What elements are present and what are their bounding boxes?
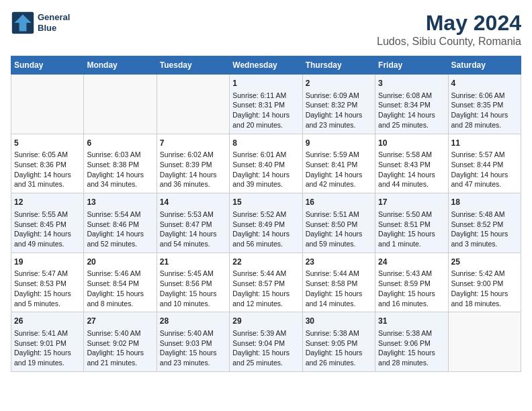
day-number: 16 [306,197,372,208]
calendar-cell: 14Sunrise: 5:53 AMSunset: 8:47 PMDayligh… [157,193,229,253]
cell-content: Daylight: 15 hours [378,289,445,299]
cell-content: Sunrise: 5:40 AM [87,328,153,338]
calendar-cell: 25Sunrise: 5:42 AMSunset: 9:00 PMDayligh… [448,253,521,312]
cell-content: Sunrise: 5:42 AM [451,269,518,279]
day-number: 4 [451,78,518,89]
cell-content: Daylight: 14 hours [306,110,372,120]
cell-content: and 25 minutes. [232,358,299,368]
cell-content: Sunrise: 6:08 AM [378,91,445,101]
cell-content: Sunrise: 6:09 AM [306,91,372,101]
cell-content: Sunset: 9:00 PM [451,279,518,289]
day-number: 6 [87,138,153,149]
cell-content: Sunset: 9:04 PM [232,338,299,349]
day-number: 3 [378,78,445,89]
calendar-cell [157,75,229,134]
day-number: 1 [232,78,299,89]
main-title: May 2024 [377,11,521,36]
cell-content: Daylight: 15 hours [160,348,226,358]
cell-content: and 52 minutes. [87,239,153,249]
cell-content: Sunrise: 6:03 AM [87,150,153,160]
calendar-cell: 8Sunrise: 6:01 AMSunset: 8:40 PMDaylight… [230,134,302,193]
cell-content: Sunset: 8:53 PM [14,279,81,289]
cell-content: and 10 minutes. [160,299,226,309]
calendar-cell [84,75,157,134]
header-row: SundayMondayTuesdayWednesdayThursdayFrid… [11,56,521,75]
day-number: 2 [306,78,372,89]
cell-content: Sunset: 8:54 PM [87,279,153,289]
cell-content: Sunset: 9:01 PM [14,338,81,349]
calendar-cell: 27Sunrise: 5:40 AMSunset: 9:02 PMDayligh… [84,312,157,372]
day-number: 5 [14,138,81,149]
cell-content: Sunrise: 5:43 AM [378,269,445,279]
day-number: 18 [451,197,518,208]
week-row-5: 26Sunrise: 5:41 AMSunset: 9:01 PMDayligh… [11,312,521,372]
cell-content: Sunset: 8:35 PM [451,100,518,110]
cell-content: and 31 minutes. [14,179,81,189]
day-number: 23 [306,257,372,268]
cell-content: Sunrise: 6:11 AM [232,91,299,101]
calendar-cell: 3Sunrise: 6:08 AMSunset: 8:34 PMDaylight… [375,75,448,134]
day-number: 30 [306,316,372,327]
cell-content: Daylight: 14 hours [232,170,299,180]
cell-content: Sunset: 8:59 PM [378,279,445,289]
day-number: 21 [160,257,226,268]
week-row-3: 12Sunrise: 5:55 AMSunset: 8:45 PMDayligh… [11,193,521,253]
calendar-cell: 12Sunrise: 5:55 AMSunset: 8:45 PMDayligh… [11,193,84,253]
cell-content: Sunrise: 6:01 AM [232,150,299,160]
cell-content: Sunrise: 6:05 AM [14,150,81,160]
cell-content: and 1 minute. [378,239,445,249]
day-number: 8 [232,138,299,149]
cell-content: Sunset: 8:56 PM [160,279,226,289]
cell-content: and 26 minutes. [306,358,372,368]
cell-content: Sunset: 8:45 PM [14,220,81,230]
cell-content: Daylight: 14 hours [14,229,81,239]
cell-content: Sunset: 9:03 PM [160,338,226,349]
cell-content: Sunset: 9:02 PM [87,338,153,349]
cell-content: and 59 minutes. [306,239,372,249]
cell-content: Sunrise: 6:06 AM [451,91,518,101]
week-row-2: 5Sunrise: 6:05 AMSunset: 8:36 PMDaylight… [11,134,521,193]
day-number: 14 [160,197,226,208]
cell-content: Daylight: 15 hours [87,348,153,358]
cell-content: and 49 minutes. [14,239,81,249]
cell-content: Daylight: 14 hours [232,110,299,120]
cell-content: Sunrise: 5:44 AM [306,269,372,279]
cell-content: Sunset: 9:06 PM [378,338,445,349]
cell-content: Sunset: 8:47 PM [160,220,226,230]
cell-content: Sunrise: 5:59 AM [306,150,372,160]
cell-content: and 47 minutes. [451,179,518,189]
cell-content: Sunset: 9:05 PM [306,338,372,349]
cell-content: Sunset: 8:40 PM [232,160,299,170]
calendar-cell: 24Sunrise: 5:43 AMSunset: 8:59 PMDayligh… [375,253,448,312]
cell-content: and 19 minutes. [14,358,81,368]
column-header-sunday: Sunday [11,56,84,75]
calendar-cell: 20Sunrise: 5:46 AMSunset: 8:54 PMDayligh… [84,253,157,312]
cell-content: Daylight: 14 hours [14,170,81,180]
calendar-cell [11,75,84,134]
cell-content: Sunrise: 5:52 AM [232,210,299,220]
cell-content: Daylight: 14 hours [160,229,226,239]
cell-content: Sunrise: 5:50 AM [378,210,445,220]
cell-content: and 12 minutes. [232,299,299,309]
calendar-cell: 30Sunrise: 5:38 AMSunset: 9:05 PMDayligh… [302,312,375,372]
cell-content: Daylight: 14 hours [232,229,299,239]
cell-content: Sunrise: 5:40 AM [160,328,226,338]
cell-content: Daylight: 14 hours [306,170,372,180]
column-header-thursday: Thursday [302,56,375,75]
day-number: 26 [14,316,81,327]
column-header-wednesday: Wednesday [230,56,302,75]
cell-content: and 36 minutes. [160,179,226,189]
cell-content: Sunset: 8:58 PM [306,279,372,289]
calendar-cell: 15Sunrise: 5:52 AMSunset: 8:49 PMDayligh… [230,193,302,253]
calendar-cell: 22Sunrise: 5:44 AMSunset: 8:57 PMDayligh… [230,253,302,312]
calendar-cell: 9Sunrise: 5:59 AMSunset: 8:41 PMDaylight… [302,134,375,193]
cell-content: and 25 minutes. [378,120,445,130]
cell-content: Sunrise: 5:57 AM [451,150,518,160]
cell-content: Sunset: 8:50 PM [306,220,372,230]
cell-content: Daylight: 15 hours [451,289,518,299]
cell-content: Daylight: 14 hours [306,229,372,239]
column-header-monday: Monday [84,56,157,75]
day-number: 19 [14,257,81,268]
day-number: 13 [87,197,153,208]
cell-content: Sunrise: 5:45 AM [160,269,226,279]
